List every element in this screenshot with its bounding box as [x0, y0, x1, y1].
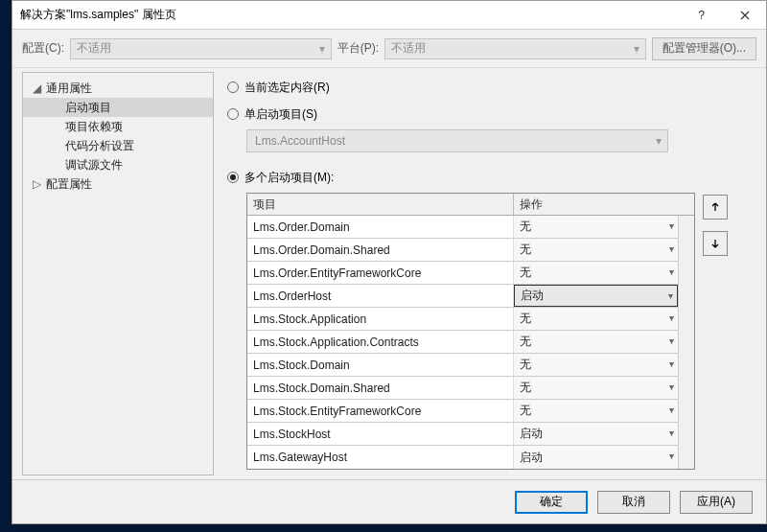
button-label: 应用(A): [697, 494, 735, 510]
config-manager-label: 配置管理器(O)...: [662, 40, 746, 57]
chevron-down-icon: ▾: [669, 312, 674, 323]
platform-label: 平台(P):: [337, 40, 379, 57]
action-cell[interactable]: 无▾: [514, 331, 678, 353]
table-row[interactable]: Lms.Stock.Application.Contracts无▾: [247, 331, 678, 354]
close-button[interactable]: [723, 1, 766, 30]
tree-node-debug-src[interactable]: 调试源文件: [23, 155, 213, 174]
action-cell[interactable]: 无▾: [514, 400, 678, 422]
close-icon: [740, 11, 750, 20]
startup-grid[interactable]: 项目 操作 Lms.Order.Domain无▾Lms.Order.Domain…: [246, 193, 695, 470]
table-row[interactable]: Lms.Order.Domain.Shared无▾: [247, 239, 678, 262]
action-value: 无: [520, 403, 531, 419]
action-cell[interactable]: 启动▾: [514, 285, 678, 307]
tree-label: 项目依赖项: [65, 119, 123, 135]
radio-current-selection[interactable]: 当前选定内容(R): [227, 76, 753, 99]
action-cell[interactable]: 无▾: [514, 377, 678, 399]
project-cell: Lms.OrderHost: [247, 285, 514, 307]
project-cell: Lms.Stock.Application.Contracts: [247, 331, 514, 353]
platform-combo[interactable]: 不适用 ▾: [384, 38, 646, 59]
table-row[interactable]: Lms.Order.EntityFrameworkCore无▾: [247, 262, 678, 285]
action-value: 启动: [520, 450, 543, 466]
expander-open-icon: ◢: [33, 81, 46, 95]
move-buttons: [703, 193, 728, 470]
table-row[interactable]: Lms.Stock.Domain无▾: [247, 354, 678, 377]
single-startup-value: Lms.AccountHost: [255, 134, 345, 148]
arrow-up-icon: [709, 201, 721, 213]
chevron-down-icon: ▾: [668, 290, 673, 301]
table-row[interactable]: Lms.GatewayHost启动▾: [247, 446, 678, 469]
chevron-down-icon: ▾: [669, 359, 674, 369]
tree-node-config-props[interactable]: ▷ 配置属性: [23, 174, 213, 194]
action-value: 无: [520, 380, 531, 396]
footer: 确定 取消 应用(A): [12, 479, 766, 523]
action-cell[interactable]: 无▾: [514, 239, 678, 261]
tree-node-common[interactable]: ◢ 通用属性: [23, 79, 213, 98]
config-value: 不适用: [77, 40, 111, 57]
toolbar: 配置(C): 不适用 ▾ 平台(P): 不适用 ▾ 配置管理器(O)...: [12, 30, 766, 68]
radio-icon: [227, 81, 239, 93]
tree-node-startup[interactable]: 启动项目: [23, 98, 213, 117]
config-manager-button[interactable]: 配置管理器(O)...: [652, 37, 756, 60]
grid-header: 项目 操作: [247, 194, 694, 216]
action-value: 无: [520, 219, 531, 235]
titlebar: 解决方案"lms.samples" 属性页 ?: [12, 1, 766, 30]
nav-tree[interactable]: ◢ 通用属性 启动项目 项目依赖项 代码分析设置 调试源文件 ▷ 配置属性: [22, 72, 214, 475]
project-cell: Lms.StockHost: [247, 423, 514, 445]
tree-label: 通用属性: [46, 81, 92, 97]
action-cell[interactable]: 无▾: [514, 308, 678, 330]
platform-value: 不适用: [391, 40, 426, 57]
project-cell: Lms.Stock.Domain.Shared: [247, 377, 514, 399]
action-value: 无: [520, 334, 531, 350]
move-down-button[interactable]: [703, 231, 728, 256]
chevron-down-icon: ▾: [319, 42, 325, 56]
radio-multi-startup[interactable]: 多个启动项目(M):: [227, 166, 753, 189]
tree-label: 代码分析设置: [65, 138, 134, 154]
action-value: 无: [520, 357, 531, 373]
table-row[interactable]: Lms.StockHost启动▾: [247, 423, 678, 446]
single-startup-combo[interactable]: Lms.AccountHost ▾: [246, 129, 668, 152]
project-cell: Lms.Order.Domain.Shared: [247, 239, 514, 261]
action-value: 无: [520, 311, 531, 327]
action-cell[interactable]: 启动▾: [514, 446, 678, 469]
chevron-down-icon: ▾: [669, 266, 674, 277]
project-cell: Lms.GatewayHost: [247, 446, 514, 469]
action-value: 无: [520, 242, 531, 258]
table-row[interactable]: Lms.Stock.Domain.Shared无▾: [247, 377, 678, 400]
config-label: 配置(C):: [22, 40, 64, 57]
vertical-scrollbar[interactable]: [678, 216, 694, 469]
tree-label: 调试源文件: [65, 157, 123, 173]
tree-node-code-analysis[interactable]: 代码分析设置: [23, 136, 213, 155]
action-value: 启动: [521, 288, 544, 304]
move-up-button[interactable]: [703, 195, 728, 220]
col-action[interactable]: 操作: [514, 194, 694, 215]
tree-label: 启动项目: [65, 100, 111, 116]
table-row[interactable]: Lms.Stock.Application无▾: [247, 308, 678, 331]
main-area: ◢ 通用属性 启动项目 项目依赖项 代码分析设置 调试源文件 ▷ 配置属性: [12, 68, 766, 479]
radio-checked-icon: [227, 172, 239, 183]
table-row[interactable]: Lms.Stock.EntityFrameworkCore无▾: [247, 400, 678, 423]
chevron-down-icon: ▾: [656, 134, 662, 148]
action-cell[interactable]: 无▾: [514, 354, 678, 376]
content-panel: 当前选定内容(R) 单启动项目(S) Lms.AccountHost ▾ 多个启…: [214, 68, 766, 479]
action-cell[interactable]: 启动▾: [514, 423, 678, 445]
help-icon: ?: [698, 9, 705, 22]
apply-button[interactable]: 应用(A): [680, 491, 753, 514]
action-value: 启动: [520, 426, 543, 442]
project-cell: Lms.Order.Domain: [247, 216, 514, 238]
action-cell[interactable]: 无▾: [514, 262, 678, 284]
cancel-button[interactable]: 取消: [597, 491, 670, 514]
project-cell: Lms.Stock.Domain: [247, 354, 514, 376]
button-label: 确定: [540, 494, 563, 510]
help-button[interactable]: ?: [680, 1, 723, 30]
button-label: 取消: [622, 494, 645, 510]
col-project[interactable]: 项目: [247, 194, 514, 215]
project-cell: Lms.Order.EntityFrameworkCore: [247, 262, 514, 284]
table-row[interactable]: Lms.OrderHost启动▾: [247, 285, 678, 308]
ok-button[interactable]: 确定: [515, 491, 588, 514]
table-row[interactable]: Lms.Order.Domain无▾: [247, 216, 678, 239]
config-combo[interactable]: 不适用 ▾: [70, 38, 332, 59]
tree-node-deps[interactable]: 项目依赖项: [23, 117, 213, 136]
action-cell[interactable]: 无▾: [514, 216, 678, 238]
chevron-down-icon: ▾: [669, 382, 674, 392]
radio-single-startup[interactable]: 单启动项目(S): [227, 103, 753, 126]
